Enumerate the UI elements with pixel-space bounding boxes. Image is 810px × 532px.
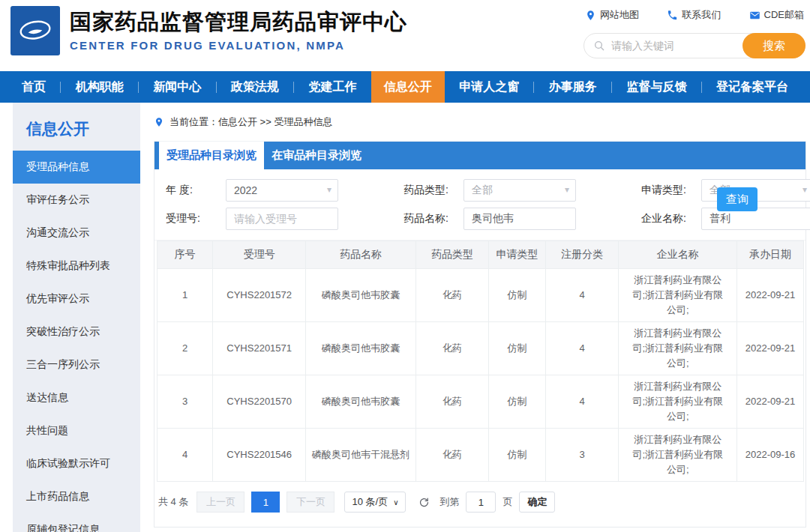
sitemap-link[interactable]: 网站地图 [585, 8, 639, 22]
drug-type-label: 药品类型: [402, 184, 464, 197]
next-page-button[interactable]: 下一页 [286, 492, 334, 513]
sidebar-item-breakthrough-therapy[interactable]: 突破性治疗公示 [13, 315, 140, 348]
site-title: 国家药品监督管理局药品审评中心 [70, 10, 407, 34]
column-header: 序号 [158, 241, 213, 269]
search-button[interactable]: 搜索 [742, 33, 806, 58]
table-cell: 化药 [416, 375, 488, 429]
goto-page-input[interactable] [466, 492, 496, 513]
nav-divider [701, 82, 702, 93]
table-cell: 2022-09-16 [737, 429, 804, 482]
site-subtitle: CENTER FOR DRUG EVALUATION, NMPA [70, 39, 407, 52]
drug-name-filter: 药品名称: [402, 208, 640, 230]
breadcrumb-text: 当前位置：信息公开 >> 受理品种信息 [170, 115, 332, 129]
page-size-select[interactable]: 10 条/页 ∨ [344, 492, 406, 513]
column-header: 受理号 [213, 241, 306, 269]
table-cell: 浙江普利药业有限公司;浙江普利药业有限公司; [619, 269, 737, 322]
table-cell: 仿制 [489, 429, 546, 482]
filter-row: 年 度: 2022 ▾ 药品类型: 全部 ▾ 申 [164, 179, 738, 202]
pagination: 共 4 条 上一页 1 下一页 10 条/页 ∨ 到第 页 确定 [158, 492, 803, 513]
drug-type-select[interactable]: 全部 ▾ [464, 179, 576, 202]
nav-divider [611, 82, 612, 93]
sidebar-item-delivery-info[interactable]: 送达信息 [13, 381, 140, 414]
chevron-down-icon: ∨ [393, 498, 398, 507]
nav-item-registration-platform[interactable]: 登记备案平台 [704, 71, 801, 103]
sidebar: 信息公开 受理品种信息 审评任务公示 沟通交流公示 特殊审批品种列表 优先审评公… [13, 103, 140, 532]
table-cell: 仿制 [489, 375, 546, 429]
table-cell: CYHS2201572 [213, 269, 306, 322]
chevron-down-icon: ▾ [802, 184, 807, 195]
sidebar-item-clinical-trial-license[interactable]: 临床试验默示许可 [13, 447, 140, 480]
contact-link[interactable]: 联系我们 [667, 8, 721, 22]
apply-type-label: 申请类型: [640, 184, 701, 197]
nav-item-home[interactable]: 首页 [9, 71, 58, 103]
breadcrumb: 当前位置：信息公开 >> 受理品种信息 [154, 103, 806, 142]
sidebar-item-communication[interactable]: 沟通交流公示 [13, 217, 140, 250]
table-cell: 磷酸奥司他韦胶囊 [306, 269, 416, 322]
column-header: 承办日期 [737, 241, 804, 269]
sidebar-item-special-approval[interactable]: 特殊审批品种列表 [13, 250, 140, 282]
main-area: 信息公开 受理品种信息 审评任务公示 沟通交流公示 特殊审批品种列表 优先审评公… [0, 103, 810, 532]
page-size-value: 10 条/页 [352, 495, 388, 509]
location-pin-icon [154, 117, 164, 127]
content-panel: 受理品种目录浏览 在审品种目录浏览 年 度: 2022 ▾ 药品类型: [154, 142, 806, 528]
year-filter: 年 度: 2022 ▾ [164, 179, 402, 202]
keyword-input[interactable] [611, 40, 737, 52]
location-pin-icon [585, 10, 596, 21]
year-label: 年 度: [164, 184, 226, 197]
cde-mail-link[interactable]: CDE邮箱 [749, 8, 804, 22]
table-cell: 2 [158, 322, 213, 375]
nav-item-supervision-feedback[interactable]: 监督与反馈 [614, 71, 699, 103]
drug-name-input[interactable] [464, 208, 576, 230]
table-row: 1 CYHS2201572 磷酸奥司他韦胶囊 化药 仿制 4 浙江普利药业有限公… [158, 269, 804, 322]
search-icon [593, 40, 605, 52]
table-cell: 化药 [416, 429, 488, 482]
filter-row: 受理号: 药品名称: 企业名称: [164, 208, 738, 230]
prev-page-button[interactable]: 上一页 [196, 492, 244, 513]
table-cell: 3 [158, 375, 213, 429]
sidebar-item-excipient-registration[interactable]: 原辅包登记信息 [13, 513, 140, 532]
table-cell: 4 [546, 269, 619, 322]
nav-item-party-work[interactable]: 党建工作 [296, 71, 370, 103]
acceptance-no-input[interactable] [226, 208, 338, 230]
tab-under-review-catalog[interactable]: 在审品种目录浏览 [264, 142, 369, 169]
year-select[interactable]: 2022 ▾ [226, 179, 338, 202]
goto-label: 到第 [440, 495, 459, 509]
table-cell: 4 [546, 375, 619, 429]
sidebar-item-priority-review[interactable]: 优先审评公示 [13, 282, 140, 315]
sidebar-item-three-in-one[interactable]: 三合一序列公示 [13, 348, 140, 381]
table-row: 3 CYHS2201570 磷酸奥司他韦胶囊 化药 仿制 4 浙江普利药业有限公… [158, 375, 804, 429]
tab-accepted-catalog[interactable]: 受理品种目录浏览 [159, 142, 264, 169]
nav-item-info-disclosure[interactable]: 信息公开 [371, 71, 445, 103]
page-number-button[interactable]: 1 [251, 492, 280, 513]
nav-item-applicant-window[interactable]: 申请人之窗 [446, 71, 532, 103]
drug-name-label: 药品名称: [402, 212, 464, 226]
nav-divider [60, 82, 61, 93]
filter-form: 年 度: 2022 ▾ 药品类型: 全部 ▾ 申 [154, 169, 806, 241]
sidebar-item-common-issues[interactable]: 共性问题 [13, 414, 140, 447]
query-button[interactable]: 查询 [717, 187, 758, 211]
mail-icon [749, 10, 760, 21]
table-cell: 浙江普利药业有限公司;浙江普利药业有限公司; [619, 322, 737, 375]
nav-item-functions[interactable]: 机构职能 [63, 71, 136, 103]
sidebar-item-review-tasks[interactable]: 审评任务公示 [13, 184, 140, 217]
nav-item-policies[interactable]: 政策法规 [218, 71, 292, 103]
table-cell: 4 [158, 429, 213, 482]
phone-icon [667, 10, 678, 21]
brand[interactable]: 国家药品监督管理局药品审评中心 CENTER FOR DRUG EVALUATI… [10, 6, 407, 55]
sidebar-item-accepted-products[interactable]: 受理品种信息 [13, 151, 140, 184]
table-cell: CYHS2201546 [213, 429, 306, 482]
table-header-row: 序号 受理号 药品名称 药品类型 申请类型 注册分类 企业名称 承办日期 [158, 241, 804, 269]
site-titles: 国家药品监督管理局药品审评中心 CENTER FOR DRUG EVALUATI… [70, 10, 407, 51]
table-cell: 仿制 [489, 322, 546, 375]
table-cell: 磷酸奥司他韦干混悬剂 [306, 429, 416, 482]
sidebar-item-marketed-drugs[interactable]: 上市药品信息 [13, 480, 140, 513]
site-header: 国家药品监督管理局药品审评中心 CENTER FOR DRUG EVALUATI… [0, 0, 810, 71]
total-count: 共 4 条 [158, 495, 188, 509]
table-cell: 化药 [416, 269, 488, 322]
nav-item-services[interactable]: 办事服务 [536, 71, 610, 103]
nav-item-news[interactable]: 新闻中心 [140, 71, 214, 103]
top-links: 网站地图 联系我们 CDE邮箱 [584, 8, 806, 22]
confirm-button[interactable]: 确定 [519, 492, 555, 513]
nav-divider [533, 82, 534, 93]
refresh-icon[interactable] [418, 497, 430, 508]
